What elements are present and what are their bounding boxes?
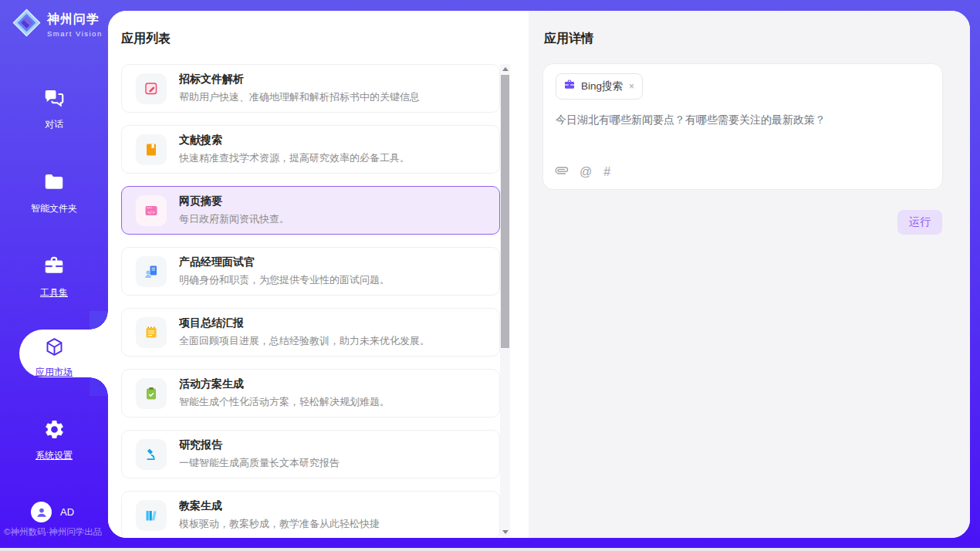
paperclip-icon[interactable] xyxy=(556,164,568,180)
sidebar-item-app-market[interactable]: 应用市场 xyxy=(0,336,108,379)
report-note-icon xyxy=(136,317,167,348)
close-icon[interactable]: × xyxy=(628,81,635,92)
briefcase-icon xyxy=(563,79,576,94)
app-card-desc: 智能生成个性化活动方案，轻松解决规划难题。 xyxy=(179,395,390,409)
diamond-logo-icon xyxy=(12,8,41,40)
app-card-title: 活动方案生成 xyxy=(179,377,390,391)
sidebar-item-label: 对话 xyxy=(45,118,63,131)
app-card-pm-interviewer[interactable]: 产品经理面试官 明确身份和职责，为您提供专业性的面试问题。 xyxy=(121,247,500,296)
sidebar: 神州问学 Smart Vision 对话 智能文件夹 xyxy=(0,0,108,551)
sidebar-item-label: 智能文件夹 xyxy=(31,202,77,215)
book-icon xyxy=(136,134,167,165)
app-card-desc: 帮助用户快速、准确地理解和解析招标书中的关键信息 xyxy=(179,90,420,104)
app-card-title: 研究报告 xyxy=(179,438,340,452)
copyright-text: ©神州数码·神州问学出品 xyxy=(4,526,108,538)
app-card-title: 产品经理面试官 xyxy=(179,255,390,269)
app-card-literature-search[interactable]: 文献搜索 快速精准查找学术资源，提高研究效率的必备工具。 xyxy=(121,125,500,174)
app-card-title: 教案生成 xyxy=(179,499,380,513)
app-card-title: 网页摘要 xyxy=(179,194,289,208)
hash-icon[interactable]: # xyxy=(603,165,610,179)
bottom-strip xyxy=(0,548,980,551)
app-card-desc: 每日政府新闻资讯快查。 xyxy=(179,212,289,226)
sidebar-item-settings[interactable]: 系统设置 xyxy=(0,418,108,462)
app-card-desc: 模板驱动，教案秒成，教学准备从此轻松快捷 xyxy=(179,517,380,531)
app-card-tender-parse[interactable]: 招标文件解析 帮助用户快速、准确地理解和解析招标书中的关键信息 xyxy=(121,64,500,113)
svg-text:</>: </> xyxy=(147,209,155,214)
microscope-icon xyxy=(136,439,167,470)
sidebar-item-label: 工具集 xyxy=(40,286,68,299)
app-list-panel: 应用列表 招标文件解析 帮助用户快速、准确地理解和解析招标书中的关键信息 xyxy=(108,11,529,538)
user-account[interactable]: AD xyxy=(31,502,74,522)
app-logo: 神州问学 Smart Vision xyxy=(12,8,103,40)
cube-icon xyxy=(44,336,65,360)
chat-icon xyxy=(42,86,66,113)
at-mention-icon[interactable]: @ xyxy=(580,165,592,179)
bubble-fillet-top xyxy=(90,311,108,330)
sidebar-item-label: 系统设置 xyxy=(35,449,73,462)
scroll-down-arrow[interactable] xyxy=(500,527,510,537)
app-card-event-plan[interactable]: 活动方案生成 智能生成个性化活动方案，轻松解决规划难题。 xyxy=(121,369,500,417)
logo-subtitle: Smart Vision xyxy=(47,29,103,38)
sidebar-item-toolset[interactable]: 工具集 xyxy=(0,255,108,299)
app-card-title: 招标文件解析 xyxy=(179,73,420,86)
app-card-web-summary[interactable]: </> 网页摘要 每日政府新闻资讯快查。 xyxy=(121,186,500,235)
query-input-text[interactable]: 今日湖北有哪些新闻要点？有哪些需要关注的最新政策？ xyxy=(556,112,926,128)
main-frame: 应用列表 招标文件解析 帮助用户快速、准确地理解和解析招标书中的关键信息 xyxy=(108,11,970,538)
app-card-lesson-plan[interactable]: 教案生成 模板驱动，教案秒成，教学准备从此轻松快捷 xyxy=(121,491,500,538)
app-detail-panel: 应用详情 Bing搜索 × 今日湖北有哪些新闻要点？有哪些需要关注的最新政策？ xyxy=(529,11,970,538)
app-card-desc: 快速精准查找学术资源，提高研究效率的必备工具。 xyxy=(179,151,410,165)
tool-tag-bing-search[interactable]: Bing搜索 × xyxy=(556,73,643,100)
gear-icon xyxy=(43,418,66,444)
scroll-up-arrow[interactable] xyxy=(500,64,510,74)
books-icon xyxy=(136,500,167,531)
run-button[interactable]: 运行 xyxy=(897,210,942,235)
app-card-desc: 明确身份和职责，为您提供专业性的面试问题。 xyxy=(179,273,390,287)
clipboard-check-icon xyxy=(136,378,167,409)
app-detail-title: 应用详情 xyxy=(544,31,593,47)
tool-tag-label: Bing搜索 xyxy=(581,79,623,93)
attachment-toolbar: @ # xyxy=(556,164,610,180)
logo-title: 神州问学 xyxy=(47,12,103,28)
sidebar-item-chat[interactable]: 对话 xyxy=(0,86,108,131)
folder-icon xyxy=(42,171,66,197)
list-scrollbar[interactable] xyxy=(500,64,510,537)
prompt-card: Bing搜索 × 今日湖北有哪些新闻要点？有哪些需要关注的最新政策？ @ # xyxy=(542,63,943,190)
user-initials: AD xyxy=(60,506,74,518)
app-card-desc: 全面回顾项目进展，总结经验教训，助力未来优化发展。 xyxy=(179,334,430,348)
sidebar-item-label: 应用市场 xyxy=(35,366,73,379)
app-card-project-summary[interactable]: 项目总结汇报 全面回顾项目进展，总结经验教训，助力未来优化发展。 xyxy=(121,308,500,357)
sidebar-item-smart-folder[interactable]: 智能文件夹 xyxy=(0,171,108,215)
app-card-list: 招标文件解析 帮助用户快速、准确地理解和解析招标书中的关键信息 文献搜索 快速精… xyxy=(121,64,500,538)
app-card-title: 文献搜索 xyxy=(179,134,410,147)
edit-document-icon xyxy=(136,73,167,104)
bubble-fillet-bottom xyxy=(90,377,108,396)
toolbox-icon xyxy=(42,255,66,281)
app-card-title: 项目总结汇报 xyxy=(179,316,430,330)
webpage-code-icon: </> xyxy=(136,195,167,226)
app-card-desc: 一键智能生成高质量长文本研究报告 xyxy=(179,456,340,470)
interviewer-icon xyxy=(136,256,167,287)
app-list-title: 应用列表 xyxy=(121,31,171,47)
app-card-research-report[interactable]: 研究报告 一键智能生成高质量长文本研究报告 xyxy=(121,430,500,478)
avatar xyxy=(31,502,52,522)
scrollbar-thumb[interactable] xyxy=(501,75,509,348)
